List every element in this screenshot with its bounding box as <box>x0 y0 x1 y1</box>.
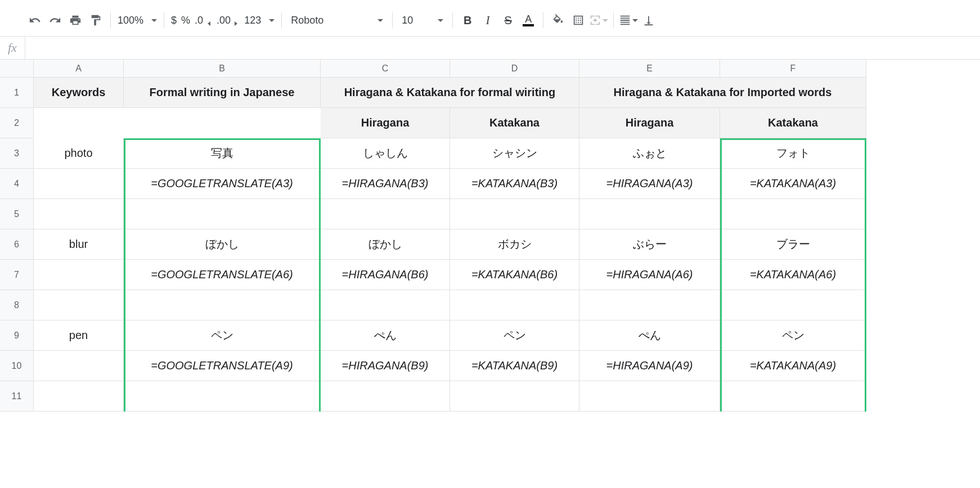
row-header-3[interactable]: 3 <box>0 138 34 169</box>
cell-D11[interactable] <box>450 381 579 412</box>
cell-D6[interactable]: ボカシ <box>450 229 579 260</box>
cell-E9[interactable]: ぺん <box>579 320 720 351</box>
cell-D2[interactable]: Katakana <box>450 108 579 138</box>
horizontal-align-button[interactable] <box>618 10 639 30</box>
row-header-11[interactable]: 11 <box>0 381 34 412</box>
paint-format-button[interactable] <box>86 10 106 30</box>
fill-color-button[interactable] <box>548 10 568 30</box>
cell-D4[interactable]: =KATAKANA(B3) <box>450 169 579 199</box>
cell-C3[interactable]: しゃしん <box>321 138 450 169</box>
zoom-select[interactable]: 100% <box>115 15 159 26</box>
cell-F5[interactable] <box>720 199 866 229</box>
cell-A1[interactable]: Keywords <box>34 78 124 108</box>
currency-button[interactable]: $ <box>169 15 179 26</box>
font-size-select[interactable]: 10 <box>397 15 448 26</box>
col-header-F[interactable]: F <box>720 60 866 78</box>
percent-button[interactable]: % <box>179 15 192 26</box>
cell-A11[interactable] <box>34 381 124 412</box>
cell-D10[interactable]: =KATAKANA(B9) <box>450 351 579 381</box>
cell-E7[interactable]: =HIRAGANA(A6) <box>579 260 720 290</box>
cell-F11[interactable] <box>720 381 866 412</box>
cell-F3[interactable]: フォト <box>720 138 866 169</box>
cell-B3[interactable]: 写真 <box>124 138 321 169</box>
cell-B11[interactable] <box>124 381 321 412</box>
cell-D5[interactable] <box>450 199 579 229</box>
cell-A4[interactable] <box>34 169 124 199</box>
cell-E11[interactable] <box>579 381 720 412</box>
decrease-decimal-button[interactable]: .0 <box>192 14 214 26</box>
cell-C9[interactable]: ぺん <box>321 320 450 351</box>
cell-C4[interactable]: =HIRAGANA(B3) <box>321 169 450 199</box>
row-header-10[interactable]: 10 <box>0 351 34 381</box>
cell-E10[interactable]: =HIRAGANA(A9) <box>579 351 720 381</box>
cell-A3[interactable]: photo <box>34 138 124 169</box>
cell-E3[interactable]: ふぉと <box>579 138 720 169</box>
cell-B6[interactable]: ぼかし <box>124 229 321 260</box>
print-button[interactable] <box>65 10 86 30</box>
cell-C1-D1[interactable]: Hiragana & Katakana for formal wiriting <box>321 78 579 108</box>
cell-C6[interactable]: ぼかし <box>321 229 450 260</box>
cell-B9[interactable]: ペン <box>124 320 321 351</box>
cell-D9[interactable]: ペン <box>450 320 579 351</box>
col-header-D[interactable]: D <box>450 60 579 78</box>
font-family-select[interactable]: Roboto <box>286 15 388 26</box>
number-format-button[interactable]: 123 <box>242 15 277 26</box>
cell-D3[interactable]: シャシン <box>450 138 579 169</box>
row-header-7[interactable]: 7 <box>0 260 34 290</box>
cell-F7[interactable]: =KATAKANA(A6) <box>720 260 866 290</box>
col-header-B[interactable]: B <box>124 60 321 78</box>
italic-button[interactable]: I <box>478 10 498 30</box>
cell-A7[interactable] <box>34 260 124 290</box>
merge-cells-button[interactable] <box>588 10 609 30</box>
cell-C10[interactable]: =HIRAGANA(B9) <box>321 351 450 381</box>
select-all-corner[interactable] <box>0 60 34 78</box>
cell-B4[interactable]: =GOOGLETRANSLATE(A3) <box>124 169 321 199</box>
cell-B1[interactable]: Formal writing in Japanese <box>124 78 321 108</box>
cell-C2[interactable]: Hiragana <box>321 108 450 138</box>
cell-C7[interactable]: =HIRAGANA(B6) <box>321 260 450 290</box>
text-color-button[interactable]: A <box>518 10 538 30</box>
cell-B8[interactable] <box>124 290 321 320</box>
cell-B10[interactable]: =GOOGLETRANSLATE(A9) <box>124 351 321 381</box>
cell-E1-F1[interactable]: Hiragana & Katakana for Imported words <box>579 78 866 108</box>
cell-C8[interactable] <box>321 290 450 320</box>
row-header-8[interactable]: 8 <box>0 290 34 320</box>
cell-F10[interactable]: =KATAKANA(A9) <box>720 351 866 381</box>
cell-D7[interactable]: =KATAKANA(B6) <box>450 260 579 290</box>
formula-input[interactable] <box>25 37 980 59</box>
cell-C5[interactable] <box>321 199 450 229</box>
bold-button[interactable]: B <box>457 10 478 30</box>
cell-B5[interactable] <box>124 199 321 229</box>
cell-E6[interactable]: ぶらー <box>579 229 720 260</box>
cell-A5[interactable] <box>34 199 124 229</box>
undo-button[interactable] <box>25 10 45 30</box>
cell-F6[interactable]: ブラー <box>720 229 866 260</box>
cell-A10[interactable] <box>34 351 124 381</box>
row-header-1[interactable]: 1 <box>0 78 34 108</box>
cell-E4[interactable]: =HIRAGANA(A3) <box>579 169 720 199</box>
row-header-4[interactable]: 4 <box>0 169 34 199</box>
cell-B7[interactable]: =GOOGLETRANSLATE(A6) <box>124 260 321 290</box>
col-header-C[interactable]: C <box>321 60 450 78</box>
cell-E5[interactable] <box>579 199 720 229</box>
cell-A6[interactable]: blur <box>34 229 124 260</box>
col-header-E[interactable]: E <box>579 60 720 78</box>
cell-F8[interactable] <box>720 290 866 320</box>
redo-button[interactable] <box>45 10 65 30</box>
borders-button[interactable] <box>568 10 588 30</box>
row-header-6[interactable]: 6 <box>0 229 34 260</box>
cell-D8[interactable] <box>450 290 579 320</box>
strikethrough-button[interactable]: S <box>498 10 518 30</box>
row-header-2[interactable]: 2 <box>0 108 34 138</box>
cell-A9[interactable]: pen <box>34 320 124 351</box>
cell-A8[interactable] <box>34 290 124 320</box>
row-header-5[interactable]: 5 <box>0 199 34 229</box>
vertical-align-button[interactable] <box>639 10 659 30</box>
cell-C11[interactable] <box>321 381 450 412</box>
cell-F9[interactable]: ペン <box>720 320 866 351</box>
row-header-9[interactable]: 9 <box>0 320 34 351</box>
col-header-A[interactable]: A <box>34 60 124 78</box>
cell-F2[interactable]: Katakana <box>720 108 866 138</box>
cell-E8[interactable] <box>579 290 720 320</box>
increase-decimal-button[interactable]: .00 <box>214 14 242 26</box>
